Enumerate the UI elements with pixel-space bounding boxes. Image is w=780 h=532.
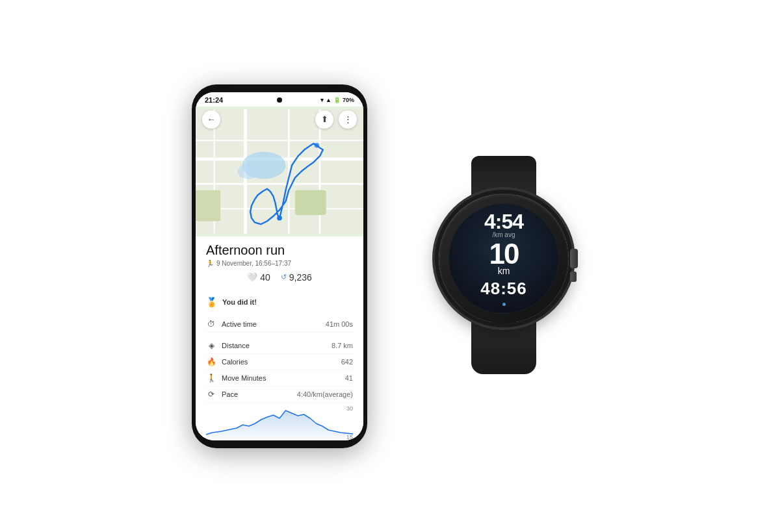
watch-pace: 4:54 /km avg [484, 211, 523, 238]
pace-label: Pace [222, 390, 238, 398]
watch-crown-small [570, 272, 577, 282]
activity-title: Afternoon run [206, 243, 353, 258]
more-button[interactable]: ⋮ [339, 110, 357, 129]
wifi-icon: ▾ [320, 97, 324, 103]
achievement-text: You did it! [222, 298, 257, 306]
watch-pace-number: 4:54 [484, 211, 523, 232]
run-icon: 🏃 [206, 260, 214, 267]
scene: 21:24 ▾ ▲ 🔋 70% [0, 0, 780, 532]
chart-label-top: 30 [346, 405, 353, 412]
active-time-value: 41m 00s [326, 320, 353, 328]
metric-row-move-minutes: 🚶 Move Minutes 41 [206, 370, 353, 386]
battery-icon: 🔋 [333, 97, 341, 103]
map-area: ← ⬆ ⋮ [196, 107, 363, 236]
status-time: 21:24 [205, 96, 223, 104]
svg-rect-12 [196, 190, 220, 221]
active-time-label: Active time [222, 320, 257, 328]
watch-distance-group: 10 [489, 240, 519, 268]
chart-label-bottom: 15 [346, 434, 353, 440]
pace-value: 4:40/km(average) [297, 390, 353, 398]
distance-value: 8.7 km [332, 342, 353, 349]
metric-left-calories: 🔥 Calories [206, 357, 248, 366]
watch-distance-unit: km [498, 266, 510, 276]
activity-date: 🏃 9 November, 16:56–17:37 [206, 260, 353, 267]
metric-left-move-minutes: 🚶 Move Minutes [206, 374, 266, 383]
steps-count: 9,236 [289, 272, 312, 283]
steps-stat: ↺ 9,236 [281, 272, 312, 283]
metric-row-calories: 🔥 Calories 642 [206, 354, 353, 370]
watch-distance: 10 [489, 240, 519, 268]
chart-svg [206, 405, 353, 438]
active-time-icon: ⏱ [206, 320, 216, 329]
heart-icon: 🤍 [247, 272, 257, 282]
move-minutes-icon: 🚶 [206, 374, 216, 383]
watch-crown [570, 249, 578, 268]
toolbar-right: ⬆ ⋮ [315, 110, 357, 129]
status-icons: ▾ ▲ 🔋 70% [320, 97, 354, 103]
distance-icon: ◈ [206, 341, 216, 350]
pace-icon: ⟳ [206, 390, 216, 399]
metric-row-pace: ⟳ Pace 4:40/km(average) [206, 386, 353, 403]
map-toolbar: ← ⬆ ⋮ [202, 110, 357, 129]
share-button[interactable]: ⬆ [315, 110, 333, 129]
phone-device: 21:24 ▾ ▲ 🔋 70% [192, 84, 367, 448]
svg-point-10 [237, 164, 259, 179]
calories-value: 642 [341, 358, 353, 366]
svg-point-13 [277, 215, 282, 220]
watch-screen: 4:54 /km avg 10 km 48:56 [448, 203, 559, 314]
distance-label: Distance [222, 342, 250, 349]
watch-strap-bottom [471, 322, 536, 374]
watch-body: 4:54 /km avg 10 km 48:56 [439, 194, 569, 323]
battery-percent: 70% [343, 97, 354, 103]
move-minutes-value: 41 [345, 374, 353, 382]
chart-area: 30 15 [206, 405, 353, 440]
svg-rect-11 [295, 190, 326, 214]
watch-pace-label: /km avg [492, 232, 515, 238]
metric-left-active-time: ⏱ Active time [206, 320, 257, 329]
svg-point-14 [315, 143, 320, 148]
move-minutes-label: Move Minutes [222, 374, 266, 382]
watch-device: 4:54 /km avg 10 km 48:56 [419, 156, 588, 377]
signal-icon: ▲ [326, 97, 332, 103]
achievement-row: 🏅 You did it! [206, 293, 353, 311]
watch-strap-top [471, 156, 536, 195]
activity-date-text: 9 November, 16:56–17:37 [216, 260, 291, 267]
camera-hole [277, 97, 282, 103]
metric-left-distance: ◈ Distance [206, 341, 250, 350]
watch-time: 48:56 [480, 279, 527, 299]
heart-stat: 🤍 40 [247, 272, 270, 283]
calories-icon: 🔥 [206, 357, 216, 366]
metric-row-distance: ◈ Distance 8.7 km [206, 338, 353, 354]
achievement-icon: 🏅 [206, 297, 217, 307]
metric-left-pace: ⟳ Pace [206, 390, 238, 399]
content-area: Afternoon run 🏃 9 November, 16:56–17:37 … [196, 236, 363, 440]
back-button[interactable]: ← [202, 110, 220, 129]
stats-row: 🤍 40 ↺ 9,236 [206, 272, 353, 283]
steps-icon: ↺ [281, 273, 287, 281]
calories-label: Calories [222, 358, 248, 366]
watch-dot [502, 303, 506, 306]
metric-row-active-time: ⏱ Active time 41m 00s [206, 316, 353, 333]
phone-screen: 21:24 ▾ ▲ 🔋 70% [196, 92, 363, 440]
heart-count: 40 [260, 272, 270, 283]
